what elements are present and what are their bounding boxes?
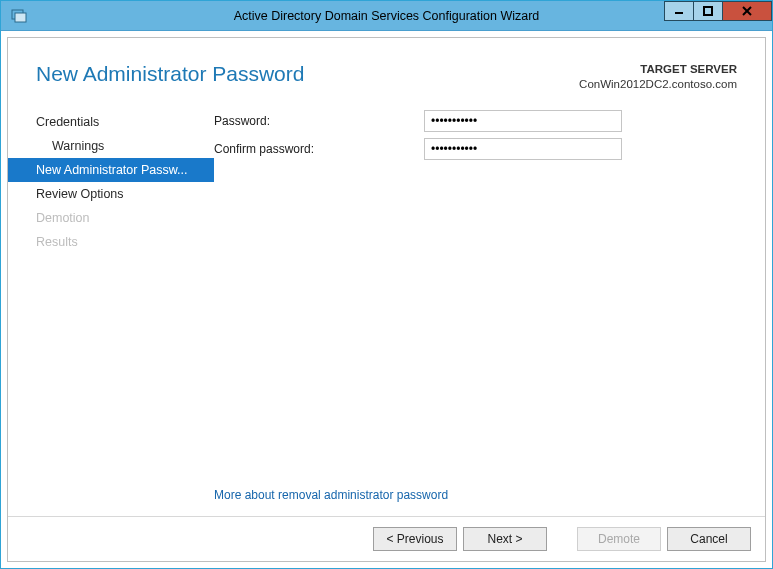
cancel-button[interactable]: Cancel xyxy=(667,527,751,551)
wizard-window: Active Directory Domain Services Configu… xyxy=(0,0,773,569)
app-icon xyxy=(7,4,31,28)
svg-rect-3 xyxy=(704,7,712,15)
wizard-steps-sidebar: Credentials Warnings New Administrator P… xyxy=(8,92,214,516)
target-server-label: TARGET SERVER xyxy=(579,62,737,77)
target-server-block: TARGET SERVER ConWin2012DC2.contoso.com xyxy=(579,62,737,92)
footer-buttons: < Previous Next > Demote Cancel xyxy=(8,516,765,561)
step-credentials[interactable]: Credentials xyxy=(8,110,214,134)
title-bar: Active Directory Domain Services Configu… xyxy=(1,1,772,31)
wizard-body: New Administrator Password TARGET SERVER… xyxy=(7,37,766,562)
page-heading: New Administrator Password xyxy=(36,62,304,92)
password-label: Password: xyxy=(214,114,424,128)
next-button[interactable]: Next > xyxy=(463,527,547,551)
step-results: Results xyxy=(8,230,214,254)
step-demotion: Demotion xyxy=(8,206,214,230)
main-panel: Password: Confirm password: More about r… xyxy=(214,92,765,516)
content-row: Credentials Warnings New Administrator P… xyxy=(8,92,765,516)
confirm-password-row: Confirm password: xyxy=(214,138,765,160)
confirm-password-label: Confirm password: xyxy=(214,142,424,156)
demote-button: Demote xyxy=(577,527,661,551)
step-warnings[interactable]: Warnings xyxy=(8,134,214,158)
previous-button[interactable]: < Previous xyxy=(373,527,457,551)
close-button[interactable] xyxy=(722,1,772,21)
header-area: New Administrator Password TARGET SERVER… xyxy=(8,38,765,92)
step-review-options[interactable]: Review Options xyxy=(8,182,214,206)
confirm-password-input[interactable] xyxy=(424,138,622,160)
window-title: Active Directory Domain Services Configu… xyxy=(1,9,772,23)
step-new-admin-password[interactable]: New Administrator Passw... xyxy=(8,158,214,182)
password-row: Password: xyxy=(214,110,765,132)
button-gap xyxy=(553,527,571,551)
svg-rect-1 xyxy=(15,13,26,22)
target-server-name: ConWin2012DC2.contoso.com xyxy=(579,77,737,92)
minimize-button[interactable] xyxy=(664,1,694,21)
maximize-button[interactable] xyxy=(693,1,723,21)
window-controls xyxy=(665,1,772,21)
password-input[interactable] xyxy=(424,110,622,132)
help-link[interactable]: More about removal administrator passwor… xyxy=(214,488,448,502)
